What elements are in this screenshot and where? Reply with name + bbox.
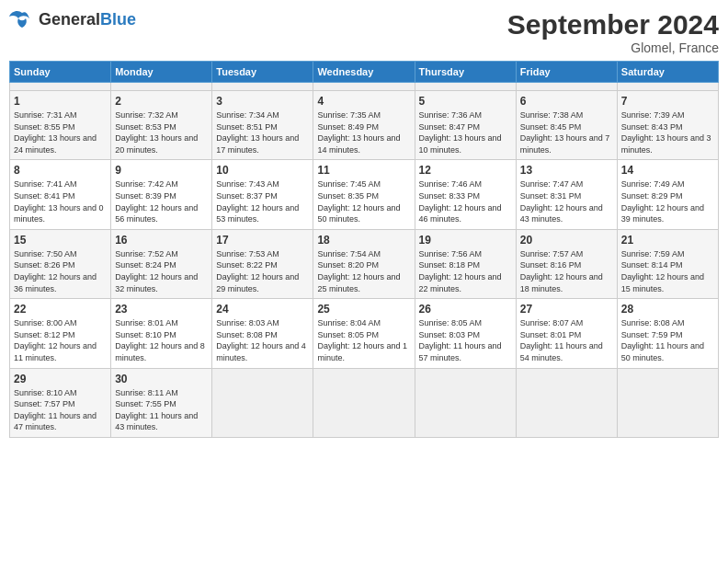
day-detail: Sunrise: 8:07 AM Sunset: 8:01 PM Dayligh… bbox=[520, 317, 613, 363]
day-number: 27 bbox=[520, 303, 613, 316]
calendar-cell: 29Sunrise: 8:10 AM Sunset: 7:57 PM Dayli… bbox=[10, 368, 111, 437]
day-detail: Sunrise: 7:57 AM Sunset: 8:16 PM Dayligh… bbox=[520, 248, 613, 294]
day-detail: Sunrise: 7:31 AM Sunset: 8:55 PM Dayligh… bbox=[14, 109, 107, 155]
day-number: 9 bbox=[115, 164, 208, 177]
day-detail: Sunrise: 7:59 AM Sunset: 8:14 PM Dayligh… bbox=[621, 248, 714, 294]
calendar-cell bbox=[212, 83, 313, 91]
day-detail: Sunrise: 7:47 AM Sunset: 8:31 PM Dayligh… bbox=[520, 178, 613, 224]
day-number: 5 bbox=[419, 95, 512, 108]
logo-text: GeneralBlue bbox=[39, 10, 136, 29]
day-number: 15 bbox=[14, 234, 107, 247]
day-number: 21 bbox=[621, 234, 714, 247]
calendar-cell bbox=[111, 83, 212, 91]
day-header-sunday: Sunday bbox=[10, 62, 111, 83]
logo: GeneralBlue bbox=[9, 9, 136, 29]
day-number: 6 bbox=[520, 95, 613, 108]
day-header-saturday: Saturday bbox=[617, 62, 718, 83]
day-detail: Sunrise: 7:43 AM Sunset: 8:37 PM Dayligh… bbox=[216, 178, 309, 224]
calendar-cell bbox=[313, 83, 415, 91]
calendar-header-row: SundayMondayTuesdayWednesdayThursdayFrid… bbox=[10, 62, 719, 83]
day-number: 2 bbox=[115, 95, 208, 108]
day-header-tuesday: Tuesday bbox=[212, 62, 313, 83]
day-number: 16 bbox=[115, 234, 208, 247]
calendar-cell: 16Sunrise: 7:52 AM Sunset: 8:24 PM Dayli… bbox=[111, 229, 212, 298]
calendar-cell bbox=[516, 368, 617, 437]
location-title: Glomel, France bbox=[507, 40, 719, 55]
day-number: 14 bbox=[621, 164, 714, 177]
calendar-cell: 14Sunrise: 7:49 AM Sunset: 8:29 PM Dayli… bbox=[617, 160, 718, 229]
calendar-week-6: 29Sunrise: 8:10 AM Sunset: 7:57 PM Dayli… bbox=[10, 368, 719, 437]
day-number: 25 bbox=[317, 303, 410, 316]
day-detail: Sunrise: 8:00 AM Sunset: 8:12 PM Dayligh… bbox=[14, 317, 107, 363]
calendar-cell: 1Sunrise: 7:31 AM Sunset: 8:55 PM Daylig… bbox=[10, 91, 111, 160]
logo-icon bbox=[9, 9, 35, 29]
day-detail: Sunrise: 7:49 AM Sunset: 8:29 PM Dayligh… bbox=[621, 178, 714, 224]
day-detail: Sunrise: 8:05 AM Sunset: 8:03 PM Dayligh… bbox=[419, 317, 512, 363]
calendar-week-2: 1Sunrise: 7:31 AM Sunset: 8:55 PM Daylig… bbox=[10, 91, 719, 160]
calendar-table: SundayMondayTuesdayWednesdayThursdayFrid… bbox=[9, 61, 719, 438]
calendar-cell: 23Sunrise: 8:01 AM Sunset: 8:10 PM Dayli… bbox=[111, 299, 212, 368]
calendar-cell: 19Sunrise: 7:56 AM Sunset: 8:18 PM Dayli… bbox=[415, 229, 516, 298]
calendar-cell: 7Sunrise: 7:39 AM Sunset: 8:43 PM Daylig… bbox=[617, 91, 718, 160]
day-detail: Sunrise: 7:45 AM Sunset: 8:35 PM Dayligh… bbox=[317, 178, 410, 224]
day-detail: Sunrise: 7:42 AM Sunset: 8:39 PM Dayligh… bbox=[115, 178, 208, 224]
calendar-cell: 9Sunrise: 7:42 AM Sunset: 8:39 PM Daylig… bbox=[111, 160, 212, 229]
day-detail: Sunrise: 7:41 AM Sunset: 8:41 PM Dayligh… bbox=[14, 178, 107, 224]
calendar-week-3: 8Sunrise: 7:41 AM Sunset: 8:41 PM Daylig… bbox=[10, 160, 719, 229]
calendar-cell: 2Sunrise: 7:32 AM Sunset: 8:53 PM Daylig… bbox=[111, 91, 212, 160]
calendar-cell: 15Sunrise: 7:50 AM Sunset: 8:26 PM Dayli… bbox=[10, 229, 111, 298]
calendar-cell: 13Sunrise: 7:47 AM Sunset: 8:31 PM Dayli… bbox=[516, 160, 617, 229]
logo-blue: Blue bbox=[100, 10, 136, 29]
logo-general: General bbox=[39, 10, 100, 29]
day-number: 1 bbox=[14, 95, 107, 108]
calendar-cell: 20Sunrise: 7:57 AM Sunset: 8:16 PM Dayli… bbox=[516, 229, 617, 298]
day-number: 18 bbox=[317, 234, 410, 247]
calendar-week-5: 22Sunrise: 8:00 AM Sunset: 8:12 PM Dayli… bbox=[10, 299, 719, 368]
calendar-cell bbox=[617, 83, 718, 91]
day-header-thursday: Thursday bbox=[415, 62, 516, 83]
calendar-cell: 24Sunrise: 8:03 AM Sunset: 8:08 PM Dayli… bbox=[212, 299, 313, 368]
calendar-cell: 17Sunrise: 7:53 AM Sunset: 8:22 PM Dayli… bbox=[212, 229, 313, 298]
calendar-cell: 30Sunrise: 8:11 AM Sunset: 7:55 PM Dayli… bbox=[111, 368, 212, 437]
calendar-cell: 26Sunrise: 8:05 AM Sunset: 8:03 PM Dayli… bbox=[415, 299, 516, 368]
calendar-cell: 6Sunrise: 7:38 AM Sunset: 8:45 PM Daylig… bbox=[516, 91, 617, 160]
calendar-cell: 21Sunrise: 7:59 AM Sunset: 8:14 PM Dayli… bbox=[617, 229, 718, 298]
title-area: September 2024 Glomel, France bbox=[507, 9, 719, 55]
day-detail: Sunrise: 7:32 AM Sunset: 8:53 PM Dayligh… bbox=[115, 109, 208, 155]
day-detail: Sunrise: 7:39 AM Sunset: 8:43 PM Dayligh… bbox=[621, 109, 714, 155]
day-number: 12 bbox=[419, 164, 512, 177]
day-detail: Sunrise: 7:36 AM Sunset: 8:47 PM Dayligh… bbox=[419, 109, 512, 155]
day-number: 4 bbox=[317, 95, 410, 108]
calendar-cell bbox=[313, 368, 415, 437]
day-header-friday: Friday bbox=[516, 62, 617, 83]
calendar-cell: 11Sunrise: 7:45 AM Sunset: 8:35 PM Dayli… bbox=[313, 160, 415, 229]
month-title: September 2024 bbox=[507, 9, 719, 40]
calendar-cell: 5Sunrise: 7:36 AM Sunset: 8:47 PM Daylig… bbox=[415, 91, 516, 160]
day-number: 26 bbox=[419, 303, 512, 316]
calendar-cell bbox=[516, 83, 617, 91]
calendar-cell: 12Sunrise: 7:46 AM Sunset: 8:33 PM Dayli… bbox=[415, 160, 516, 229]
day-number: 29 bbox=[14, 373, 107, 385]
day-detail: Sunrise: 7:53 AM Sunset: 8:22 PM Dayligh… bbox=[216, 248, 309, 294]
day-number: 20 bbox=[520, 234, 613, 247]
day-header-wednesday: Wednesday bbox=[313, 62, 415, 83]
day-detail: Sunrise: 8:04 AM Sunset: 8:05 PM Dayligh… bbox=[317, 317, 410, 363]
calendar-cell: 18Sunrise: 7:54 AM Sunset: 8:20 PM Dayli… bbox=[313, 229, 415, 298]
day-detail: Sunrise: 7:52 AM Sunset: 8:24 PM Dayligh… bbox=[115, 248, 208, 294]
day-number: 28 bbox=[621, 303, 714, 316]
calendar-cell: 3Sunrise: 7:34 AM Sunset: 8:51 PM Daylig… bbox=[212, 91, 313, 160]
day-number: 22 bbox=[14, 303, 107, 316]
calendar-cell: 8Sunrise: 7:41 AM Sunset: 8:41 PM Daylig… bbox=[10, 160, 111, 229]
day-number: 3 bbox=[216, 95, 309, 108]
calendar-cell: 4Sunrise: 7:35 AM Sunset: 8:49 PM Daylig… bbox=[313, 91, 415, 160]
calendar-week-4: 15Sunrise: 7:50 AM Sunset: 8:26 PM Dayli… bbox=[10, 229, 719, 298]
calendar-cell: 27Sunrise: 8:07 AM Sunset: 8:01 PM Dayli… bbox=[516, 299, 617, 368]
calendar-cell bbox=[415, 368, 516, 437]
day-number: 17 bbox=[216, 234, 309, 247]
calendar-week-1 bbox=[10, 83, 719, 91]
calendar-cell bbox=[10, 83, 111, 91]
day-number: 7 bbox=[621, 95, 714, 108]
day-detail: Sunrise: 8:10 AM Sunset: 7:57 PM Dayligh… bbox=[14, 387, 107, 433]
day-detail: Sunrise: 7:56 AM Sunset: 8:18 PM Dayligh… bbox=[419, 248, 512, 294]
day-detail: Sunrise: 8:03 AM Sunset: 8:08 PM Dayligh… bbox=[216, 317, 309, 363]
